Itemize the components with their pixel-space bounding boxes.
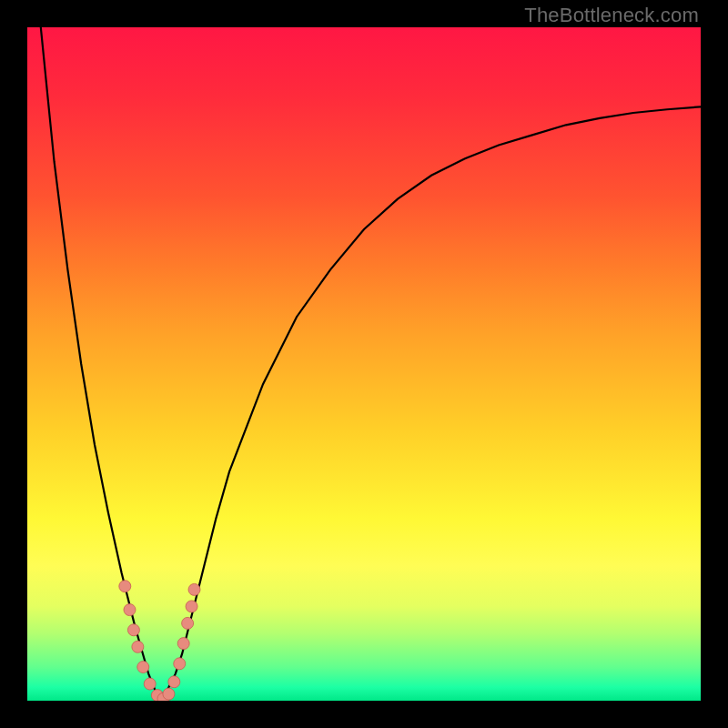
scatter-dot (144, 678, 156, 690)
scatter-dot (124, 604, 136, 616)
scatter-dot (168, 676, 180, 688)
scatter-layer (27, 27, 701, 701)
scatter-dot (177, 638, 189, 650)
watermark-text: TheBottleneck.com (524, 4, 699, 27)
scatter-dot (186, 601, 197, 612)
scatter-dot (127, 624, 139, 636)
chart-frame: TheBottleneck.com (0, 0, 728, 728)
scatter-dot (119, 581, 131, 592)
scatter-dot (188, 583, 200, 595)
scatter-dot (182, 617, 194, 629)
scatter-dot (174, 658, 186, 670)
scatter-dot (132, 641, 144, 652)
scatter-dot (163, 688, 175, 700)
plot-area (27, 27, 701, 701)
scatter-dot (137, 662, 149, 673)
